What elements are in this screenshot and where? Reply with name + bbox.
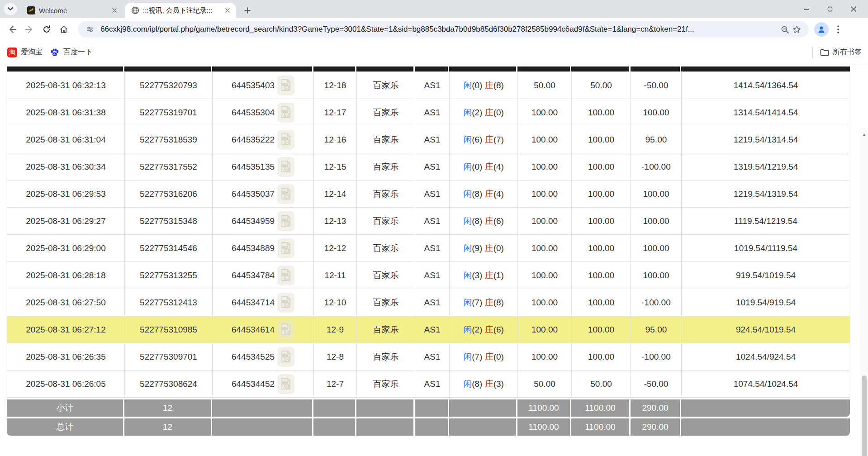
bookmark-aitaobao[interactable]: 淘 爱淘宝: [7, 48, 43, 57]
cell-valid-amount: 100.00: [572, 99, 631, 126]
site-settings-icon[interactable]: [84, 24, 96, 35]
home-button[interactable]: [55, 21, 72, 38]
cell-win-loss: 100.00: [631, 180, 682, 208]
cell-result: 闲(6) 庄(7): [450, 126, 518, 153]
tab-search-button[interactable]: [4, 3, 17, 15]
cell-bet-id: 522775314546: [125, 235, 213, 262]
cell-game-name: 百家乐: [357, 208, 415, 235]
video-replay-icon[interactable]: [277, 103, 294, 123]
cell-result: 闲(0) 庄(8): [450, 72, 518, 99]
video-replay-icon[interactable]: [277, 238, 294, 258]
cell-game-id: 644535222: [213, 126, 314, 153]
video-replay-icon[interactable]: [277, 76, 294, 95]
footer-cell: [449, 418, 517, 436]
video-replay-icon[interactable]: [277, 320, 294, 340]
video-replay-icon[interactable]: [277, 266, 294, 285]
cell-game-id: 644534714: [213, 289, 314, 316]
maximize-button[interactable]: [818, 0, 842, 18]
cell-bet-amount: 100.00: [518, 289, 572, 316]
footer-cell: [212, 418, 313, 436]
cell-table-name: AS1: [415, 235, 450, 262]
bet-record-row[interactable]: 2025-08-31 06:29:00522775314546644534889…: [7, 235, 850, 262]
bet-record-row[interactable]: 2025-08-31 06:26:05522775308624644534452…: [7, 370, 850, 398]
video-replay-icon[interactable]: [277, 293, 294, 313]
cell-game-id: 644535135: [213, 153, 314, 180]
cell-balance: 1019.54/919.54: [682, 289, 850, 316]
welcome-favicon-icon: [27, 6, 35, 14]
bookmarks-bar: 淘 爱淘宝 du 百度一下 所有书签: [0, 41, 868, 64]
header-cell: [571, 66, 631, 71]
page-content: 2025-08-31 06:32:13522775320793644535403…: [0, 64, 868, 456]
browser-menu-icon[interactable]: [831, 23, 845, 36]
cell-game-name: 百家乐: [357, 99, 415, 126]
cell-balance: 1314.54/1414.54: [682, 99, 850, 126]
window-controls: [795, 0, 865, 18]
forward-button[interactable]: [21, 21, 38, 38]
cell-game-name: 百家乐: [357, 262, 415, 289]
cell-game-name: 百家乐: [357, 126, 415, 153]
all-bookmarks-button[interactable]: 所有书签: [820, 48, 862, 57]
cell-bet-id: 522775318539: [125, 126, 213, 153]
bet-record-row[interactable]: 2025-08-31 06:27:12522775310985644534614…: [7, 316, 850, 343]
tab-close-icon[interactable]: [110, 6, 119, 14]
bookmark-baidu[interactable]: du 百度一下: [50, 48, 92, 57]
cell-game-name: 百家乐: [357, 72, 415, 99]
bet-record-row[interactable]: 2025-08-31 06:27:50522775312413644534714…: [7, 289, 850, 316]
bet-record-row[interactable]: 2025-08-31 06:30:34522775317552644535135…: [7, 153, 850, 180]
video-replay-icon[interactable]: [277, 184, 294, 204]
footer-cell: [356, 418, 415, 436]
cell-valid-amount: 50.00: [572, 72, 631, 99]
cell-bet-time: 2025-08-31 06:29:27: [7, 208, 125, 235]
scroll-up-arrow-icon[interactable]: ▲: [860, 132, 868, 137]
cell-result: 闲(2) 庄(6): [450, 316, 518, 343]
zoom-out-icon[interactable]: [779, 24, 791, 35]
video-replay-icon[interactable]: [277, 130, 294, 150]
bet-record-row[interactable]: 2025-08-31 06:29:53522775316206644535037…: [7, 180, 850, 208]
cell-balance: 919.54/1019.54: [682, 262, 850, 289]
tab-betrecord[interactable]: :::视讯, 会员下注纪录:::: [125, 3, 236, 18]
bet-record-row[interactable]: 2025-08-31 06:31:04522775318539644535222…: [7, 126, 850, 153]
video-replay-icon[interactable]: [277, 374, 294, 394]
header-cell: [517, 66, 571, 71]
url-text[interactable]: 66cxkj98.com/ipl/portal.php/game/betreco…: [100, 25, 779, 34]
cell-bet-id: 522775317552: [125, 153, 213, 180]
close-window-button[interactable]: [842, 0, 865, 18]
minimize-button[interactable]: [795, 0, 818, 18]
bet-record-row[interactable]: 2025-08-31 06:31:38522775319701644535304…: [7, 99, 850, 126]
video-replay-icon[interactable]: [277, 347, 294, 367]
tab-close-icon[interactable]: [223, 6, 232, 14]
reload-button[interactable]: [38, 21, 55, 38]
profile-avatar[interactable]: [814, 22, 829, 37]
footer-cell: 290.00: [631, 418, 681, 436]
tab-welcome[interactable]: Welcome: [21, 3, 123, 18]
cell-game-name: 百家乐: [357, 316, 415, 343]
vertical-scrollbar[interactable]: ▲: [860, 128, 868, 456]
cell-bet-amount: 100.00: [518, 126, 572, 153]
video-replay-icon[interactable]: [277, 211, 294, 231]
cell-balance: 924.54/1019.54: [682, 316, 850, 343]
cell-round: 12-9: [314, 316, 357, 343]
cell-round: 12-13: [314, 208, 357, 235]
bookmark-star-icon[interactable]: [791, 24, 802, 35]
new-tab-button[interactable]: [242, 5, 253, 16]
bet-record-row[interactable]: 2025-08-31 06:29:27522775315348644534959…: [7, 208, 850, 235]
table-header-clipped: [7, 66, 850, 71]
bet-record-row[interactable]: 2025-08-31 06:32:13522775320793644535403…: [7, 72, 850, 99]
cell-bet-time: 2025-08-31 06:29:00: [7, 235, 125, 262]
bet-record-row[interactable]: 2025-08-31 06:26:35522775309701644534525…: [7, 343, 850, 370]
back-button[interactable]: [4, 21, 21, 38]
subtotal-row: 小计121100.001100.00290.00: [7, 399, 850, 417]
cell-win-loss: -100.00: [631, 289, 682, 316]
header-cell: [212, 66, 313, 71]
cell-round: 12-8: [314, 343, 357, 370]
video-replay-icon[interactable]: [277, 157, 294, 177]
total-row: 总计121100.001100.00290.00: [7, 418, 850, 436]
table-footer: 小计121100.001100.00290.00总计121100.001100.…: [7, 399, 850, 436]
bet-record-row[interactable]: 2025-08-31 06:28:18522775313255644534784…: [7, 262, 850, 289]
cell-table-name: AS1: [415, 99, 450, 126]
address-bar[interactable]: 66cxkj98.com/ipl/portal.php/game/betreco…: [78, 21, 809, 38]
cell-win-loss: 100.00: [631, 99, 682, 126]
scrollbar-thumb[interactable]: [862, 375, 867, 456]
cell-valid-amount: 100.00: [572, 208, 631, 235]
cell-table-name: AS1: [415, 343, 450, 370]
